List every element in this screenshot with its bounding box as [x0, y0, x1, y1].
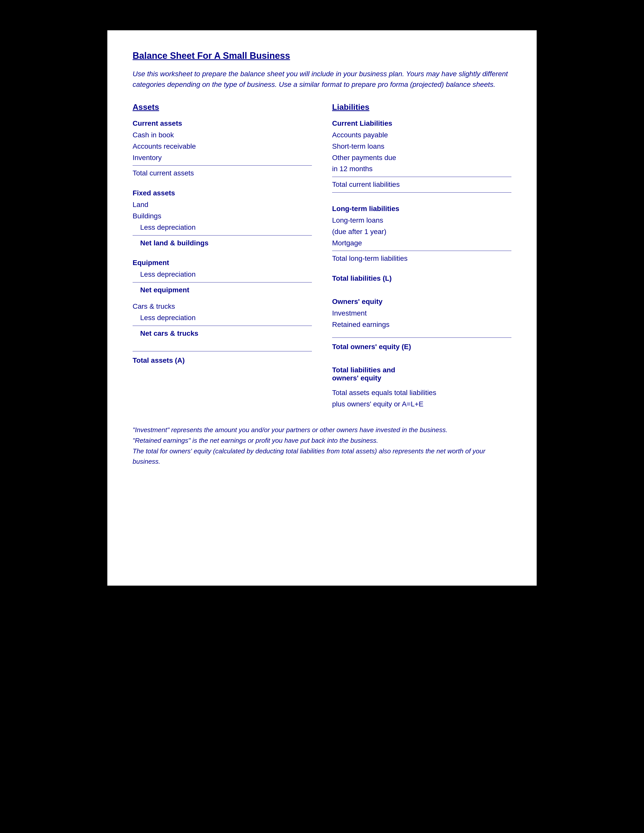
total-assets: Total assets (A) [133, 356, 312, 365]
total-liabilities: Total liabilities (L) [332, 274, 511, 283]
equipment-divider [133, 282, 312, 283]
liabilities-column: Liabilities Current Liabilities Accounts… [332, 103, 511, 410]
equity-divider [332, 338, 511, 338]
total-liabilities-equity-section: Total liabilities and owners' equity Tot… [332, 366, 511, 410]
total-current-liabilities: Total current liabilities [332, 179, 511, 190]
cars-trucks-section: Cars & trucks Less depreciation Net cars… [133, 301, 312, 339]
investment: Investment [332, 308, 511, 319]
current-assets-header: Current assets [133, 119, 312, 127]
footnote-2: "Retained earnings" is the net earnings … [133, 436, 511, 446]
retained-earnings: Retained earnings [332, 319, 511, 330]
section-divider-1 [332, 192, 511, 193]
current-assets-divider [133, 165, 312, 166]
liabilities-header: Liabilities [332, 103, 511, 112]
in-12-months: in 12 months [332, 163, 511, 175]
fixed-assets-header: Fixed assets [133, 189, 312, 197]
due-after-1-year: (due after 1 year) [332, 226, 511, 238]
net-land-buildings: Net land & buildings [133, 238, 312, 249]
current-liabilities-section: Current Liabilities Accounts payable Sho… [332, 119, 511, 190]
accounts-payable: Accounts payable [332, 130, 511, 141]
long-term-liabilities-section: Long-term liabilities Long-term loans (d… [332, 205, 511, 264]
footnote-3: The total for owners' equity (calculated… [133, 446, 511, 467]
long-term-liabilities-header: Long-term liabilities [332, 205, 511, 213]
equipment-depreciation: Less depreciation [133, 269, 312, 280]
net-cars-trucks: Net cars & trucks [133, 328, 312, 339]
current-assets-section: Current assets Cash in book Accounts rec… [133, 119, 312, 179]
footnote-1: "Investment" represents the amount you a… [133, 425, 511, 436]
total-assets-equals-line1: Total assets equals total liabilities [332, 387, 511, 399]
total-current-assets: Total current assets [133, 167, 312, 179]
cars-trucks-depreciation: Less depreciation [133, 312, 312, 323]
total-long-term-liabilities: Total long-term liabilities [332, 253, 511, 264]
accounts-receivable: Accounts receivable [133, 141, 312, 152]
long-term-divider [332, 251, 511, 251]
mortgage: Mortgage [332, 238, 511, 249]
page-title: Balance Sheet For A Small Business [133, 50, 511, 61]
long-term-loans: Long-term loans [332, 215, 511, 226]
page: Balance Sheet For A Small Business Use t… [107, 30, 537, 585]
net-equipment: Net equipment [133, 285, 312, 296]
assets-header: Assets [133, 103, 312, 112]
current-liabilities-header: Current Liabilities [332, 119, 511, 127]
total-liabilities-equity-line1: Total liabilities and owners' equity [332, 366, 511, 382]
total-assets-equals-line2: plus owners' equity or A=L+E [332, 399, 511, 410]
total-owners-equity: Total owners' equity (E) [332, 343, 511, 351]
fixed-assets-section: Fixed assets Land Buildings Less depreci… [133, 189, 312, 249]
assets-column: Assets Current assets Cash in book Accou… [133, 103, 312, 410]
short-term-loans: Short-term loans [332, 141, 511, 152]
columns-wrapper: Assets Current assets Cash in book Accou… [133, 103, 511, 410]
other-payments-due: Other payments due [332, 152, 511, 164]
buildings: Buildings [133, 211, 312, 222]
footnotes-section: "Investment" represents the amount you a… [133, 425, 511, 467]
land: Land [133, 199, 312, 211]
equipment-section: Equipment Less depreciation Net equipmen… [133, 259, 312, 296]
cars-trucks: Cars & trucks [133, 301, 312, 312]
inventory: Inventory [133, 152, 312, 164]
equipment-header: Equipment [133, 259, 312, 267]
buildings-depreciation: Less depreciation [133, 222, 312, 233]
owners-equity-header: Owners' equity [332, 298, 511, 306]
owners-equity-section: Owners' equity Investment Retained earni… [332, 298, 511, 330]
intro-text: Use this worksheet to prepare the balanc… [133, 69, 511, 90]
current-liabilities-divider [332, 177, 511, 177]
cash-in-book: Cash in book [133, 130, 312, 141]
